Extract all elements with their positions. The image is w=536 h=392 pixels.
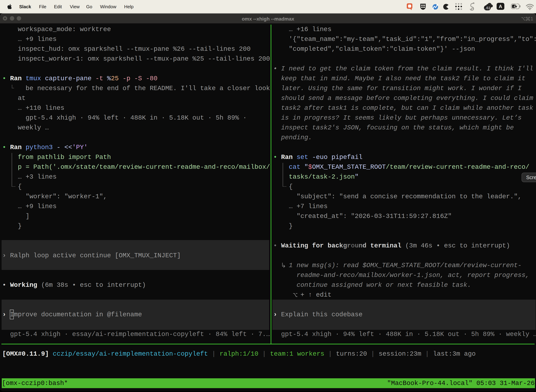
svg-text:A: A xyxy=(499,4,502,9)
svg-text:..61: ..61 xyxy=(484,6,490,10)
